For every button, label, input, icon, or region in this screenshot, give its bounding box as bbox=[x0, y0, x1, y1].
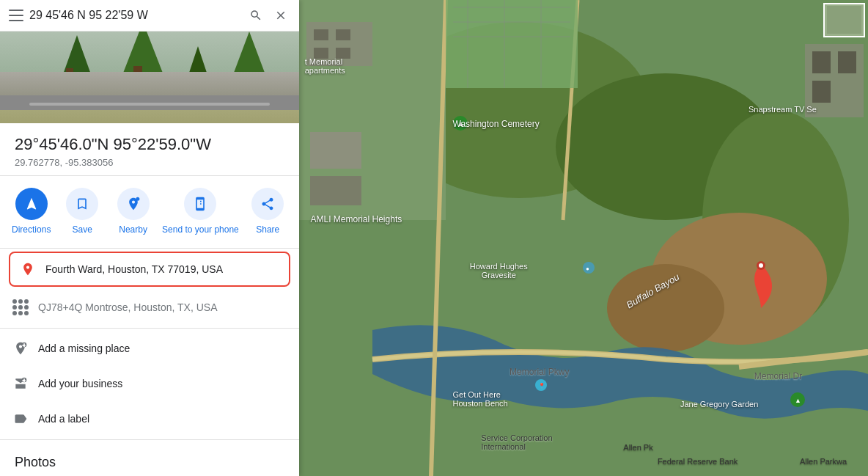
send-phone-icon-circle bbox=[184, 188, 216, 220]
add-place-icon bbox=[12, 340, 29, 357]
directions-icon-circle bbox=[15, 188, 48, 220]
search-button[interactable] bbox=[246, 6, 265, 25]
add-missing-place-item[interactable]: Add a missing place bbox=[0, 331, 299, 366]
add-business-text: Add your business bbox=[38, 378, 122, 389]
svg-rect-41 bbox=[827, 6, 861, 34]
svg-text:▲: ▲ bbox=[795, 397, 801, 404]
add-label-text: Add a label bbox=[38, 413, 89, 425]
plus-code-icon bbox=[12, 299, 29, 316]
menu-icon[interactable] bbox=[9, 10, 23, 21]
send-phone-label: Send to your phone bbox=[162, 224, 239, 236]
coordinates-section: 29°45'46.0"N 95°22'59.0"W 29.762778, -95… bbox=[0, 123, 299, 176]
svg-rect-13 bbox=[314, 29, 328, 40]
nearby-button[interactable]: Nearby bbox=[111, 188, 155, 236]
add-missing-text: Add a missing place bbox=[38, 343, 130, 354]
plus-code-item[interactable]: QJ78+4Q Montrose, Houston, TX, USA bbox=[0, 290, 299, 325]
svg-rect-19 bbox=[838, 51, 856, 73]
add-business-icon bbox=[12, 375, 29, 392]
coords-decimal: 29.762778, -95.383056 bbox=[15, 157, 284, 168]
divider-1 bbox=[0, 328, 299, 329]
nearby-icon-circle bbox=[117, 188, 150, 220]
add-label-icon bbox=[12, 410, 29, 428]
svg-rect-20 bbox=[812, 81, 831, 103]
save-button[interactable]: Save bbox=[60, 188, 104, 236]
svg-point-39 bbox=[759, 263, 763, 268]
street-view-thumbnail[interactable] bbox=[0, 32, 299, 123]
svg-text:📍: 📍 bbox=[538, 382, 545, 389]
svg-rect-14 bbox=[336, 29, 350, 40]
save-label: Save bbox=[72, 224, 92, 236]
add-business-item[interactable]: Add your business bbox=[0, 366, 299, 401]
map-svg: ▲ ● ▲ 📍 bbox=[299, 0, 868, 476]
share-icon-circle bbox=[251, 188, 284, 220]
search-query: 29 45'46 N 95 22'59 W bbox=[29, 9, 240, 22]
address-item[interactable]: Fourth Ward, Houston, TX 77019, USA bbox=[9, 252, 290, 287]
directions-button[interactable]: Directions bbox=[10, 188, 54, 236]
map-area[interactable]: ▲ ● ▲ 📍 Washington Cemetery AMLI Mem bbox=[299, 0, 868, 476]
add-label-item[interactable]: Add a label bbox=[0, 401, 299, 436]
svg-text:▲: ▲ bbox=[457, 120, 465, 128]
map-background: ▲ ● ▲ 📍 Washington Cemetery AMLI Mem bbox=[299, 0, 868, 476]
svg-rect-23 bbox=[446, 0, 578, 88]
share-button[interactable]: Share bbox=[246, 188, 290, 236]
svg-text:●: ● bbox=[586, 266, 589, 272]
send-phone-button[interactable]: Send to your phone bbox=[162, 188, 239, 236]
divider-2 bbox=[0, 439, 299, 440]
svg-rect-15 bbox=[314, 48, 328, 59]
share-label: Share bbox=[256, 224, 279, 236]
coords-dms: 29°45'46.0"N 95°22'59.0"W bbox=[15, 135, 284, 154]
svg-rect-18 bbox=[812, 51, 831, 73]
svg-point-0 bbox=[136, 197, 139, 201]
svg-rect-22 bbox=[310, 176, 361, 205]
plus-code-text: QJ78+4Q Montrose, Houston, TX, USA bbox=[38, 301, 217, 313]
close-button[interactable] bbox=[271, 6, 290, 25]
svg-point-9 bbox=[607, 264, 724, 352]
left-panel: 29 45'46 N 95 22'59 W bbox=[0, 0, 299, 476]
svg-rect-12 bbox=[306, 22, 372, 66]
nearby-label: Nearby bbox=[119, 224, 147, 236]
svg-rect-16 bbox=[336, 48, 350, 59]
action-buttons-container: Directions Save Nearby bbox=[0, 176, 299, 249]
svg-rect-21 bbox=[310, 132, 361, 169]
search-bar: 29 45'46 N 95 22'59 W bbox=[0, 0, 299, 32]
photos-title: Photos bbox=[15, 455, 284, 470]
pin-icon bbox=[19, 260, 37, 278]
directions-label: Directions bbox=[12, 224, 51, 236]
photos-section: Photos bbox=[0, 443, 299, 476]
address-text: Fourth Ward, Houston, TX 77019, USA bbox=[45, 263, 223, 275]
save-icon-circle bbox=[66, 188, 98, 220]
